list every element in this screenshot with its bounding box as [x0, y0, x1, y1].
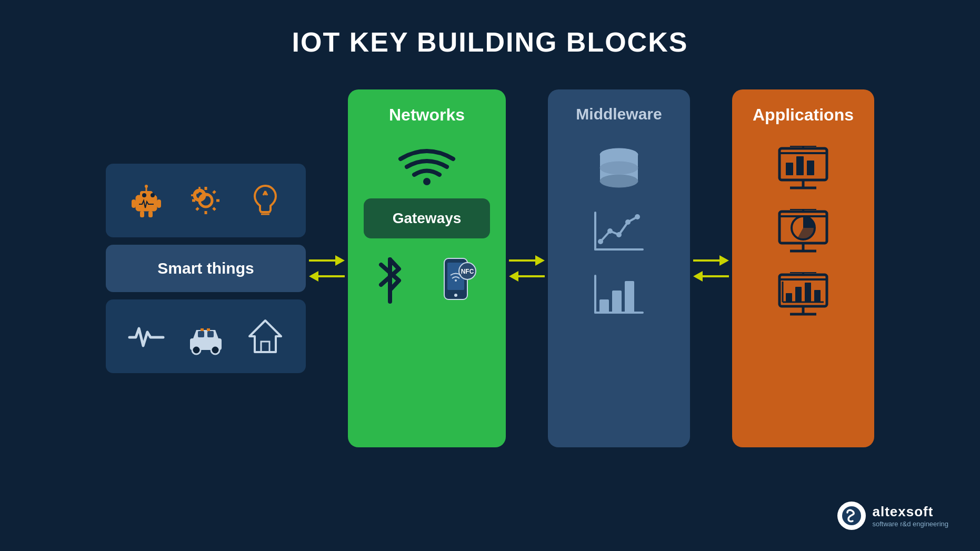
arrow-left-3	[693, 271, 729, 282]
svg-point-50	[600, 162, 638, 174]
logo-subtitle: software r&d engineering	[872, 520, 948, 528]
svg-rect-31	[198, 331, 204, 337]
networks-column: Networks Gateways	[348, 89, 506, 447]
svg-point-34	[211, 346, 219, 354]
svg-rect-82	[795, 287, 802, 302]
robot-icon	[125, 179, 167, 222]
svg-rect-61	[599, 299, 609, 313]
gateways-box: Gateways	[364, 198, 490, 238]
svg-rect-35	[201, 328, 204, 331]
bar-chart-icon	[590, 271, 648, 318]
arrow-right-2	[509, 255, 545, 266]
database-icon	[593, 144, 645, 192]
presentation-bar-icon	[774, 146, 832, 193]
nfc-phone-icon: NFC	[435, 254, 482, 307]
networks-icons-bottom: NFC	[358, 254, 495, 307]
svg-rect-83	[805, 283, 811, 302]
arrow-right-1	[309, 255, 345, 266]
svg-point-5	[145, 185, 148, 188]
bluetooth-icon	[372, 254, 408, 307]
svg-rect-6	[132, 199, 136, 208]
svg-point-45	[455, 279, 457, 282]
lightbulb-icon	[244, 179, 286, 222]
wifi-icon	[395, 141, 458, 188]
svg-line-19	[213, 208, 215, 210]
svg-point-33	[192, 346, 201, 354]
svg-point-55	[607, 228, 613, 234]
logo-text-block: altexsoft software r&d engineering	[872, 504, 948, 528]
svg-rect-66	[796, 156, 804, 175]
logo-symbol	[837, 502, 866, 530]
svg-rect-65	[786, 163, 793, 175]
svg-point-46	[454, 294, 457, 297]
svg-rect-62	[612, 290, 622, 313]
heartbeat-icon	[125, 315, 167, 357]
svg-rect-8	[140, 211, 144, 217]
car-icon	[185, 315, 227, 357]
chart-line-icon	[590, 207, 648, 255]
svg-rect-9	[148, 211, 153, 217]
smart-things-label-box: Smart things	[106, 245, 306, 292]
svg-point-57	[625, 219, 631, 225]
svg-line-18	[196, 208, 198, 210]
svg-point-39	[423, 178, 431, 185]
svg-point-51	[600, 148, 638, 161]
svg-rect-36	[207, 328, 210, 331]
arrow-right-3	[693, 255, 729, 266]
gateways-label: Gateways	[393, 210, 462, 227]
svg-point-56	[616, 232, 622, 237]
arrow-st-networks	[306, 255, 348, 282]
gear-icon	[185, 179, 227, 222]
svg-rect-84	[814, 290, 821, 302]
svg-text:NFC: NFC	[461, 268, 474, 275]
svg-line-17	[213, 191, 215, 193]
svg-point-54	[598, 239, 603, 244]
arrow-networks-middleware	[506, 255, 548, 282]
applications-title: Applications	[753, 105, 854, 125]
middleware-title: Middleware	[576, 105, 662, 123]
svg-rect-38	[261, 342, 269, 352]
svg-rect-32	[207, 331, 214, 337]
smart-things-column: Smart things	[106, 164, 306, 373]
house-icon	[244, 315, 286, 357]
smart-things-icons-top	[106, 164, 306, 237]
smart-things-icons-bottom	[106, 299, 306, 373]
arrow-middleware-apps	[690, 255, 732, 282]
svg-point-2	[142, 193, 146, 197]
smart-things-label: Smart things	[157, 259, 254, 277]
presentation-pie-icon	[774, 209, 832, 256]
arrow-left-2	[509, 271, 545, 282]
logo-area: altexsoft software r&d engineering	[837, 502, 948, 530]
arrow-left-1	[309, 271, 345, 282]
svg-rect-81	[786, 293, 792, 302]
svg-rect-63	[625, 281, 634, 313]
svg-point-58	[635, 214, 640, 219]
main-diagram: Smart things	[43, 89, 937, 447]
svg-point-3	[151, 193, 155, 197]
svg-point-49	[600, 175, 638, 187]
middleware-column: Middleware	[548, 89, 690, 447]
applications-column: Applications	[732, 89, 874, 447]
logo-name: altexsoft	[872, 504, 948, 520]
svg-rect-7	[157, 199, 161, 208]
networks-title: Networks	[389, 105, 465, 125]
page-title: IoT KEY BUILDING BLOCKS	[292, 26, 688, 58]
svg-marker-37	[249, 320, 281, 352]
presentation-line-icon	[774, 272, 832, 319]
svg-rect-67	[807, 161, 814, 175]
